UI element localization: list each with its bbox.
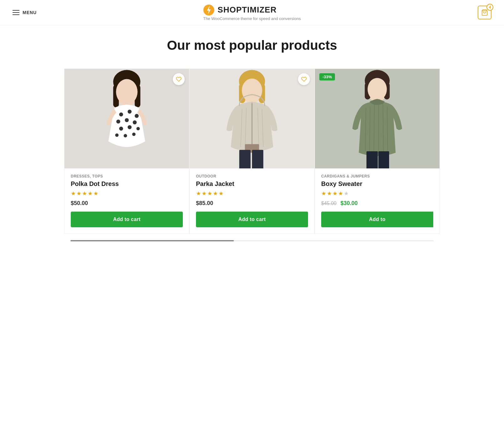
svg-point-26 — [242, 79, 262, 102]
cart-icon — [481, 9, 488, 16]
star-5-empty: ★ — [344, 190, 349, 197]
product-card: DRESSES, TOPS Polka Dot Dress ★ ★ ★ ★ ★ … — [64, 69, 189, 234]
svg-point-18 — [115, 133, 119, 137]
logo-text: SHOPTIMIZER — [218, 5, 277, 15]
section-title: Our most popular products — [6, 38, 498, 53]
product-image-3 — [315, 69, 440, 168]
scroll-track[interactable] — [70, 240, 434, 241]
heart-icon-2 — [301, 76, 307, 82]
logo-row[interactable]: SHOPTIMIZER — [203, 4, 301, 16]
product-image-2 — [190, 69, 314, 168]
heart-icon — [176, 76, 182, 82]
svg-point-20 — [132, 133, 136, 136]
star-5: ★ — [93, 190, 98, 197]
product-card-2: OUTDOOR Parka Jacket ★ ★ ★ ★ ★ $85.00 Ad… — [189, 69, 315, 234]
star-4: ★ — [213, 190, 218, 197]
svg-point-41 — [368, 78, 387, 100]
product-info-2: OUTDOOR Parka Jacket ★ ★ ★ ★ ★ $85.00 Ad… — [190, 168, 314, 234]
product-stars-1: ★ ★ ★ ★ ★ — [71, 190, 183, 197]
product-image-1 — [64, 69, 189, 168]
product-name-1: Polka Dot Dress — [71, 180, 183, 188]
product-stars-3: ★ ★ ★ ★ ★ — [321, 190, 433, 197]
product-stars-2: ★ ★ ★ ★ ★ — [196, 190, 308, 197]
product-category-1: DRESSES, TOPS — [71, 174, 183, 178]
menu-button[interactable]: MENU — [13, 10, 37, 15]
star-4: ★ — [88, 190, 93, 197]
svg-point-10 — [128, 110, 132, 114]
svg-point-12 — [116, 120, 121, 124]
product-info-3: CARDIGANS & JUMPERS Boxy Sweater ★ ★ ★ ★… — [315, 168, 440, 234]
wishlist-button-1[interactable] — [173, 73, 185, 85]
star-5: ★ — [219, 190, 224, 197]
svg-rect-49 — [378, 151, 389, 168]
star-4: ★ — [338, 190, 343, 197]
star-2: ★ — [327, 190, 332, 197]
svg-point-16 — [128, 125, 132, 129]
star-1: ★ — [71, 190, 76, 197]
star-2: ★ — [202, 190, 207, 197]
scroll-thumb — [70, 240, 234, 241]
price-sale-3: $30.00 — [340, 200, 357, 206]
product-name-2: Parka Jacket — [196, 180, 308, 188]
price-current-1: $50.00 — [71, 200, 88, 206]
sale-badge-3: -33% — [319, 73, 335, 80]
product-name-3: Boxy Sweater — [321, 180, 433, 188]
product-price-3: $45.00 $30.00 — [321, 200, 433, 207]
product-image-wrap — [64, 69, 189, 168]
hamburger-icon — [13, 10, 19, 15]
svg-rect-48 — [367, 151, 378, 168]
products-grid: DRESSES, TOPS Polka Dot Dress ★ ★ ★ ★ ★ … — [64, 69, 440, 234]
logo-tagline: The WooCommerce theme for speed and conv… — [203, 16, 301, 21]
star-3: ★ — [207, 190, 212, 197]
svg-rect-35 — [252, 150, 263, 169]
svg-point-13 — [125, 118, 129, 122]
site-header: MENU SHOPTIMIZER The WooCommerce theme f… — [0, 0, 504, 25]
product-category-2: OUTDOOR — [196, 174, 308, 178]
product-category-3: CARDIGANS & JUMPERS — [321, 174, 433, 178]
price-current-2: $85.00 — [196, 200, 213, 206]
svg-point-14 — [133, 121, 137, 125]
product-price-1: $50.00 — [71, 200, 183, 207]
menu-label: MENU — [23, 10, 37, 15]
star-2: ★ — [76, 190, 81, 197]
logo-icon — [203, 4, 214, 16]
header-right: 4 — [478, 6, 491, 19]
star-1: ★ — [321, 190, 326, 197]
cart-badge: 4 — [486, 4, 493, 11]
svg-point-9 — [119, 112, 123, 116]
svg-point-15 — [119, 127, 123, 131]
add-to-cart-button-3[interactable]: Add to — [321, 212, 433, 227]
product-card-3: -33% CARDIGANS & JUMPERS Boxy Sweater ★ … — [315, 69, 440, 234]
scroll-indicator — [64, 240, 440, 241]
wishlist-button-2[interactable] — [298, 73, 310, 85]
main-content: Our most popular products — [0, 25, 504, 260]
logo-area: SHOPTIMIZER The WooCommerce theme for sp… — [203, 4, 301, 21]
add-to-cart-button-1[interactable]: Add to cart — [71, 212, 183, 227]
product-image-wrap-3: -33% — [315, 69, 440, 168]
star-3: ★ — [332, 190, 337, 197]
svg-point-17 — [136, 127, 140, 130]
price-old-3: $45.00 — [321, 201, 337, 206]
star-3: ★ — [82, 190, 87, 197]
cart-button[interactable]: 4 — [478, 6, 491, 19]
svg-point-8 — [116, 79, 138, 105]
svg-rect-34 — [239, 150, 250, 169]
product-info-1: DRESSES, TOPS Polka Dot Dress ★ ★ ★ ★ ★ … — [64, 168, 189, 234]
product-price-2: $85.00 — [196, 200, 308, 207]
svg-point-19 — [124, 134, 127, 137]
product-image-wrap-2 — [190, 69, 314, 168]
svg-point-11 — [135, 114, 139, 118]
add-to-cart-button-2[interactable]: Add to cart — [196, 212, 308, 227]
star-1: ★ — [196, 190, 201, 197]
